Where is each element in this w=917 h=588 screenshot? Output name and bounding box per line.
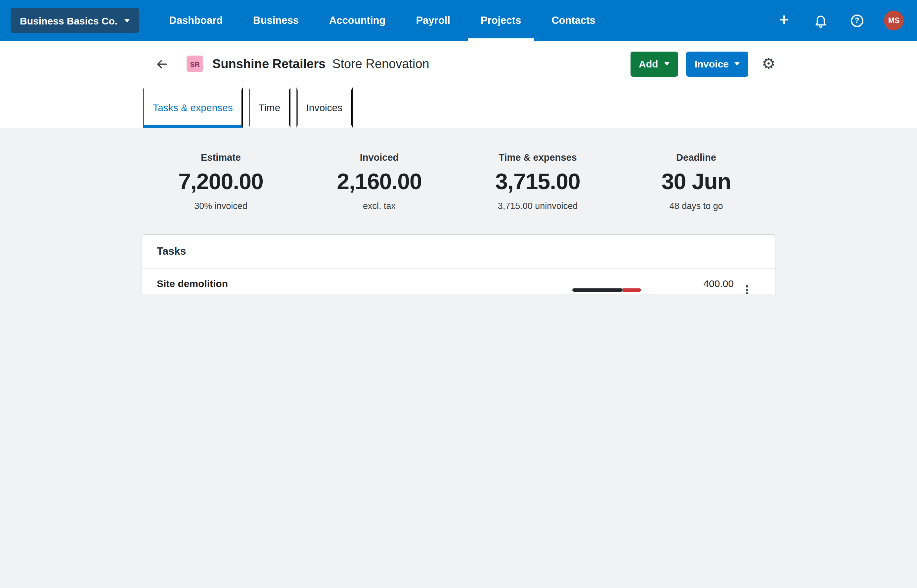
org-name: Business Basics Co.: [20, 15, 117, 26]
help-icon[interactable]: ?: [847, 11, 866, 30]
stat-label: Time & expenses: [458, 152, 617, 163]
task-amount: 400.00: [654, 278, 734, 289]
stat-estimate: Estimate 7,200.00 30% invoiced: [142, 152, 300, 211]
stat-time-expenses: Time & expenses 3,715.00 3,715.00 uninvo…: [458, 152, 617, 211]
org-switcher-button[interactable]: Business Basics Co.: [11, 8, 139, 33]
stat-note: 30% invoiced: [142, 201, 300, 211]
bell-icon[interactable]: [811, 11, 830, 30]
task-name: Site demolition: [157, 278, 572, 289]
header-actions: Add Invoice ⚙: [630, 51, 775, 76]
nav-utilities: + ? MS: [775, 11, 906, 31]
back-arrow-icon[interactable]: [152, 54, 172, 74]
top-nav-bar: Business Basics Co. Dashboard Business A…: [0, 0, 917, 41]
app-window: Business Basics Co. Dashboard Business A…: [0, 0, 917, 294]
invoice-button-label: Invoice: [694, 58, 728, 69]
table-row[interactable]: Site demolition 50.00 / hour • 6h 0m est…: [142, 268, 775, 294]
main-content: Estimate 7,200.00 30% invoiced Invoiced …: [0, 128, 917, 294]
nav-item-business[interactable]: Business: [252, 0, 300, 41]
project-client-name: Sunshine Retailers: [212, 57, 325, 71]
task-hours: 8h 0m: [654, 292, 734, 294]
stat-note: 48 days to go: [617, 201, 775, 211]
plus-glyph: +: [779, 11, 789, 29]
chevron-down-icon: [735, 62, 740, 65]
chevron-down-icon: [664, 62, 669, 65]
tab-time[interactable]: Time: [249, 87, 290, 128]
avatar[interactable]: MS: [884, 11, 904, 31]
project-name: Store Renovation: [332, 57, 429, 71]
nav-item-projects[interactable]: Projects: [479, 0, 522, 41]
task-amount-block: 400.00 8h 0m: [654, 278, 734, 294]
gear-icon[interactable]: ⚙: [762, 56, 775, 71]
stat-value: 2,160.00: [300, 169, 458, 194]
task-progress-bar: [572, 288, 641, 292]
add-button[interactable]: Add: [630, 51, 678, 76]
nav-item-payroll[interactable]: Payroll: [414, 0, 451, 41]
kebab-menu-icon[interactable]: ⋮: [734, 283, 760, 294]
stat-value: 3,715.00: [458, 169, 617, 194]
summary-stats: Estimate 7,200.00 30% invoiced Invoiced …: [142, 152, 775, 211]
stat-deadline: Deadline 30 Jun 48 days to go: [617, 152, 775, 211]
tab-invoices[interactable]: Invoices: [296, 87, 352, 128]
primary-nav: Dashboard Business Accounting Payroll Pr…: [168, 0, 624, 41]
invoice-button[interactable]: Invoice: [686, 51, 748, 76]
help-glyph: ?: [851, 14, 863, 27]
nav-item-accounting[interactable]: Accounting: [328, 0, 387, 41]
project-header: SR Sunshine Retailers Store Renovation A…: [0, 41, 917, 87]
stat-value: 30 Jun: [617, 169, 775, 194]
stat-note: 3,715.00 uninvoiced: [458, 201, 617, 211]
stat-label: Deadline: [617, 152, 775, 163]
tasks-card-title: Tasks: [142, 235, 775, 268]
page-title: Sunshine Retailers Store Renovation: [212, 57, 429, 71]
tabs-bar: Tasks & expenses Time Invoices: [0, 87, 917, 128]
stat-invoiced: Invoiced 2,160.00 excl. tax: [300, 152, 458, 211]
stat-value: 7,200.00: [142, 169, 300, 194]
chevron-down-icon: [124, 19, 129, 22]
task-detail: 50.00 / hour • 6h 0m estimated: [157, 292, 572, 294]
nav-item-contacts[interactable]: Contacts: [550, 0, 597, 41]
tasks-card: Tasks Site demolition 50.00 / hour • 6h …: [142, 234, 775, 294]
stat-note: excl. tax: [300, 201, 458, 211]
tab-tasks-expenses[interactable]: Tasks & expenses: [143, 87, 243, 128]
stat-label: Estimate: [142, 152, 300, 163]
add-button-label: Add: [639, 58, 658, 69]
project-initials-badge: SR: [187, 56, 203, 72]
stat-label: Invoiced: [300, 152, 458, 163]
plus-icon[interactable]: +: [775, 11, 793, 30]
nav-item-dashboard[interactable]: Dashboard: [168, 0, 224, 41]
